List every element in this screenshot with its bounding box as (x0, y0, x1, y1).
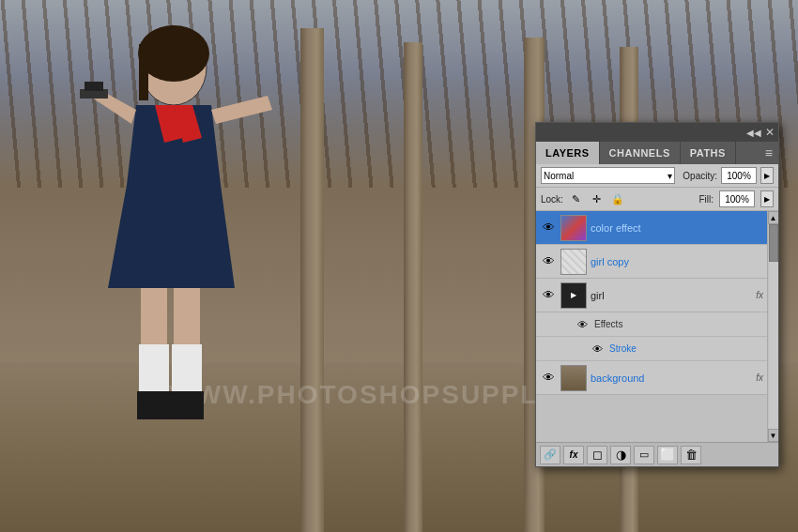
lock-all-button[interactable]: 🔒 (610, 191, 625, 206)
effects-visibility-icon[interactable]: 👁 (574, 316, 591, 333)
lock-row: Lock: ✎ ✛ 🔒 Fill: 100% ▶ (536, 188, 778, 211)
stroke-sublayer-row[interactable]: 👁 Stroke (536, 337, 767, 361)
lock-label: Lock: (541, 194, 563, 205)
layer-visibility-color-effect[interactable]: 👁 (540, 220, 557, 236)
layer-visibility-background[interactable]: 👁 (540, 370, 557, 387)
panel-close-button[interactable]: ✕ (765, 127, 775, 138)
scrollbar-thumb[interactable] (769, 224, 778, 262)
tab-layers[interactable]: LAYERS (536, 142, 600, 164)
layers-panel: ◀◀ ✕ LAYERS CHANNELS PATHS ≡ Normal ▾ Op… (535, 122, 779, 467)
layer-fx-badge-girl: fx (756, 290, 763, 300)
panel-menu-button[interactable]: ≡ (760, 142, 778, 164)
add-mask-button[interactable]: ◻ (587, 446, 607, 464)
blend-mode-select[interactable]: Normal ▾ (541, 167, 675, 184)
panel-toolbar: 🔗 fx ◻ ◑ ▭ ⬜ 🗑 (536, 442, 778, 466)
link-layers-button[interactable]: 🔗 (540, 446, 560, 464)
tab-paths[interactable]: PATHS (681, 142, 736, 164)
delete-layer-button[interactable]: 🗑 (681, 446, 701, 464)
layer-thumb-girl-copy (560, 249, 587, 275)
scrollbar-down-button[interactable]: ▼ (768, 429, 779, 442)
fill-input[interactable]: 100% (719, 190, 755, 207)
tab-channels[interactable]: CHANNELS (600, 142, 681, 164)
layer-thumb-background (560, 365, 587, 391)
layer-name-girl: girl (591, 290, 752, 301)
layers-scrollbar[interactable]: ▲ ▼ (767, 211, 778, 442)
stroke-visibility-icon[interactable]: 👁 (589, 341, 606, 357)
layer-row-girl[interactable]: 👁 ▶ girl fx (536, 279, 767, 312)
layer-row-background[interactable]: 👁 background fx (536, 361, 767, 395)
layer-row-color-effect[interactable]: 👁 color effect (536, 211, 767, 245)
layers-list: 👁 color effect 👁 girl copy 👁 ▶ girl fx (536, 211, 778, 442)
layer-name-background: background (591, 372, 752, 384)
blend-mode-row: Normal ▾ Opacity: 100% ▶ (536, 164, 778, 188)
new-group-button[interactable]: ▭ (634, 446, 654, 464)
layer-visibility-girl[interactable]: 👁 (540, 287, 557, 304)
layer-row-girl-copy[interactable]: 👁 girl copy (536, 245, 767, 279)
layer-visibility-girl-copy[interactable]: 👁 (540, 253, 557, 270)
layers-list-wrapper: 👁 color effect 👁 girl copy 👁 ▶ girl fx (536, 211, 778, 442)
layer-name-girl-copy: girl copy (591, 256, 763, 267)
fill-arrow-button[interactable]: ▶ (760, 190, 774, 207)
opacity-arrow-button[interactable]: ▶ (760, 167, 774, 184)
add-adjustment-button[interactable]: ◑ (610, 446, 631, 464)
layer-thumb-girl: ▶ (560, 282, 587, 309)
new-layer-button[interactable]: ⬜ (657, 446, 678, 464)
opacity-label: Opacity: (683, 171, 717, 181)
opacity-input[interactable]: 100% (721, 167, 757, 184)
panel-tabs: LAYERS CHANNELS PATHS ≡ (536, 142, 778, 164)
effects-label: Effects (594, 319, 622, 329)
panel-header-bar: ◀◀ ✕ (536, 123, 778, 142)
scrollbar-track (769, 224, 778, 429)
add-effect-button[interactable]: fx (563, 446, 584, 464)
fill-label: Fill: (698, 194, 714, 205)
layer-fx-badge-background: fx (756, 372, 763, 383)
lock-move-button[interactable]: ✛ (590, 191, 605, 206)
layer-name-color-effect: color effect (591, 222, 763, 234)
panel-collapse-icon[interactable]: ◀◀ (746, 128, 761, 138)
effects-sublayer-row[interactable]: 👁 Effects (536, 312, 767, 337)
lock-pixel-button[interactable]: ✎ (569, 191, 584, 206)
scrollbar-up-button[interactable]: ▲ (768, 211, 779, 224)
layer-thumb-color-effect (560, 215, 587, 241)
layers-empty-space (536, 395, 767, 442)
stroke-label: Stroke (609, 343, 637, 354)
